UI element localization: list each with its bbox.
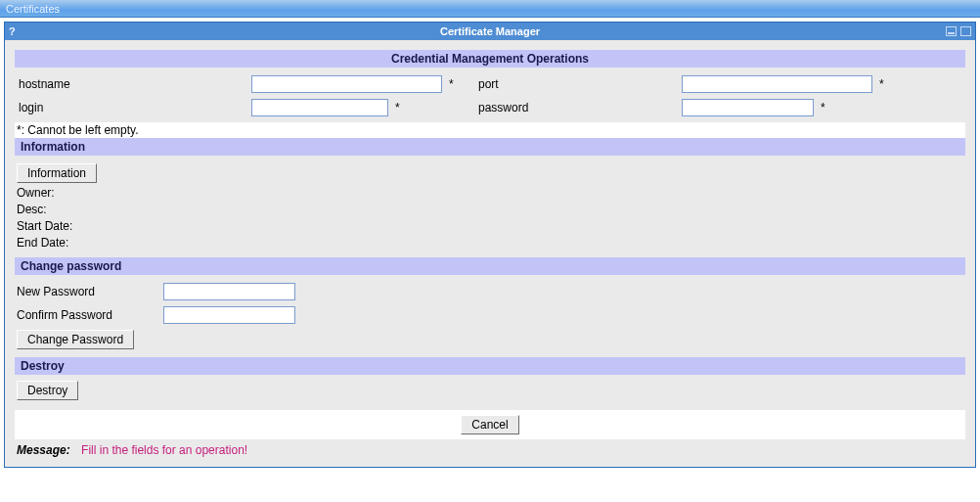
credential-form: hostname * port * login * password * — [15, 68, 965, 118]
login-input[interactable] — [251, 99, 388, 116]
confirm-password-input[interactable] — [163, 306, 295, 324]
port-input[interactable] — [682, 75, 872, 93]
end-date-label: End Date: — [17, 236, 68, 250]
change-password-section: New Password Confirm Password — [15, 275, 965, 328]
destroy-header: Destroy — [15, 357, 965, 375]
password-input[interactable] — [682, 99, 814, 116]
maximize-icon[interactable] — [960, 26, 971, 36]
credential-operations-header: Credential Management Operations — [15, 50, 965, 68]
change-password-button[interactable]: Change Password — [17, 330, 134, 349]
port-label: port — [476, 77, 682, 91]
confirm-password-label: Confirm Password — [17, 308, 163, 322]
hostname-required-star: * — [447, 77, 476, 91]
owner-label: Owner: — [17, 186, 55, 200]
information-header: Information — [15, 138, 965, 156]
message-label: Message: — [17, 443, 70, 457]
password-required-star: * — [819, 101, 897, 114]
change-password-header: Change password — [15, 257, 965, 275]
certificate-manager-window: ? Certificate Manager Credential Managem… — [4, 22, 976, 468]
port-required-star: * — [877, 77, 897, 91]
information-section: Information Owner: Desc: Start Date: End… — [15, 156, 965, 257]
required-note: *: Cannot be left empty. — [15, 122, 965, 138]
login-required-star: * — [393, 101, 476, 114]
window-titlebar: ? Certificate Manager — [5, 23, 975, 40]
password-label: password — [476, 101, 682, 114]
new-password-label: New Password — [17, 285, 163, 298]
help-button[interactable]: ? — [9, 25, 22, 37]
login-label: login — [17, 101, 251, 114]
destroy-button[interactable]: Destroy — [17, 381, 78, 400]
window-title: Certificate Manager — [5, 25, 975, 37]
message-text: Fill in the fields for an operation! — [81, 443, 247, 457]
app-titlebar: Certificates — [0, 0, 980, 18]
new-password-input[interactable] — [163, 283, 295, 300]
message-row: Message: Fill in the fields for an opera… — [15, 439, 965, 461]
cancel-button[interactable]: Cancel — [461, 415, 518, 434]
desc-label: Desc: — [17, 203, 47, 216]
information-button[interactable]: Information — [17, 163, 97, 183]
start-date-label: Start Date: — [17, 219, 72, 233]
hostname-input[interactable] — [251, 75, 442, 93]
app-title: Certificates — [6, 3, 60, 15]
window-controls — [946, 26, 971, 36]
cancel-row: Cancel — [15, 410, 965, 439]
hostname-label: hostname — [17, 77, 251, 91]
window-content: Credential Management Operations hostnam… — [5, 40, 975, 467]
minimize-icon[interactable] — [946, 26, 957, 36]
